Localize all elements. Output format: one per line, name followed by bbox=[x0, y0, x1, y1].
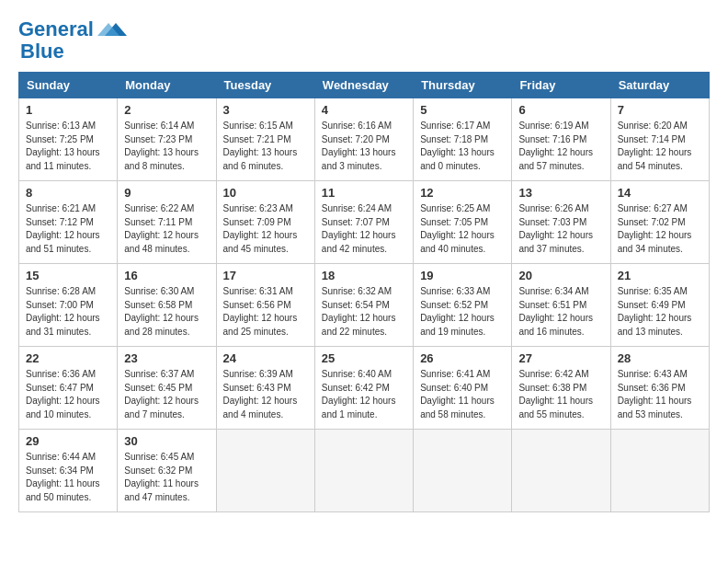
day-info: Sunrise: 6:28 AMSunset: 7:00 PMDaylight:… bbox=[26, 285, 110, 339]
day-info: Sunrise: 6:36 AMSunset: 6:47 PMDaylight:… bbox=[26, 368, 110, 421]
day-number: 30 bbox=[124, 434, 209, 448]
calendar-day: 2Sunrise: 6:14 AMSunset: 7:23 PMDaylight… bbox=[118, 98, 216, 181]
day-info: Sunrise: 6:23 AMSunset: 7:09 PMDaylight:… bbox=[223, 202, 308, 256]
calendar-day: 18Sunrise: 6:32 AMSunset: 6:54 PMDayligh… bbox=[314, 264, 413, 347]
day-info: Sunrise: 6:13 AMSunset: 7:25 PMDaylight:… bbox=[26, 120, 110, 173]
day-number: 8 bbox=[26, 186, 110, 200]
day-info: Sunrise: 6:33 AMSunset: 6:52 PMDaylight:… bbox=[420, 285, 505, 339]
calendar-day bbox=[314, 430, 413, 512]
day-info: Sunrise: 6:21 AMSunset: 7:12 PMDaylight:… bbox=[26, 202, 110, 256]
calendar-day bbox=[216, 430, 314, 512]
calendar-header-row: SundayMondayTuesdayWednesdayThursdayFrid… bbox=[19, 73, 710, 98]
calendar-day: 26Sunrise: 6:41 AMSunset: 6:40 PMDayligh… bbox=[414, 347, 512, 430]
calendar-day bbox=[610, 430, 709, 512]
day-number: 20 bbox=[518, 269, 603, 282]
day-info: Sunrise: 6:42 AMSunset: 6:38 PMDaylight:… bbox=[518, 368, 603, 421]
day-info: Sunrise: 6:17 AMSunset: 7:18 PMDaylight:… bbox=[420, 120, 505, 173]
day-number: 6 bbox=[518, 103, 603, 117]
day-info: Sunrise: 6:30 AMSunset: 6:58 PMDaylight:… bbox=[124, 285, 209, 339]
calendar-day bbox=[512, 430, 610, 512]
day-info: Sunrise: 6:14 AMSunset: 7:23 PMDaylight:… bbox=[124, 120, 209, 173]
day-info: Sunrise: 6:43 AMSunset: 6:36 PMDaylight:… bbox=[618, 368, 702, 421]
day-number: 29 bbox=[26, 434, 110, 448]
day-header-monday: Monday bbox=[118, 73, 216, 98]
day-info: Sunrise: 6:45 AMSunset: 6:32 PMDaylight:… bbox=[124, 451, 209, 504]
logo-blue-text: Blue bbox=[20, 40, 64, 63]
day-number: 13 bbox=[518, 186, 603, 200]
day-number: 5 bbox=[420, 103, 505, 117]
day-number: 11 bbox=[322, 186, 406, 200]
day-number: 23 bbox=[124, 351, 209, 365]
day-info: Sunrise: 6:37 AMSunset: 6:45 PMDaylight:… bbox=[124, 368, 209, 421]
calendar-day: 1Sunrise: 6:13 AMSunset: 7:25 PMDaylight… bbox=[19, 98, 118, 181]
day-info: Sunrise: 6:40 AMSunset: 6:42 PMDaylight:… bbox=[322, 368, 406, 421]
calendar-day: 19Sunrise: 6:33 AMSunset: 6:52 PMDayligh… bbox=[414, 264, 512, 347]
day-info: Sunrise: 6:27 AMSunset: 7:02 PMDaylight:… bbox=[618, 202, 702, 256]
day-info: Sunrise: 6:25 AMSunset: 7:05 PMDaylight:… bbox=[420, 202, 505, 256]
day-info: Sunrise: 6:41 AMSunset: 6:40 PMDaylight:… bbox=[420, 368, 505, 421]
day-number: 3 bbox=[223, 103, 308, 117]
calendar-week-row: 22Sunrise: 6:36 AMSunset: 6:47 PMDayligh… bbox=[19, 347, 710, 430]
calendar-day: 23Sunrise: 6:37 AMSunset: 6:45 PMDayligh… bbox=[118, 347, 216, 430]
day-number: 4 bbox=[322, 103, 406, 117]
calendar-week-row: 29Sunrise: 6:44 AMSunset: 6:34 PMDayligh… bbox=[19, 430, 710, 512]
day-number: 10 bbox=[223, 186, 308, 200]
calendar-day: 30Sunrise: 6:45 AMSunset: 6:32 PMDayligh… bbox=[118, 430, 216, 512]
day-number: 19 bbox=[420, 269, 505, 282]
day-number: 21 bbox=[618, 269, 702, 282]
day-info: Sunrise: 6:22 AMSunset: 7:11 PMDaylight:… bbox=[124, 202, 209, 256]
calendar-day: 3Sunrise: 6:15 AMSunset: 7:21 PMDaylight… bbox=[216, 98, 314, 181]
day-info: Sunrise: 6:35 AMSunset: 6:49 PMDaylight:… bbox=[618, 285, 702, 339]
calendar-day: 27Sunrise: 6:42 AMSunset: 6:38 PMDayligh… bbox=[512, 347, 610, 430]
calendar-day: 15Sunrise: 6:28 AMSunset: 7:00 PMDayligh… bbox=[19, 264, 118, 347]
calendar-week-row: 8Sunrise: 6:21 AMSunset: 7:12 PMDaylight… bbox=[19, 181, 710, 264]
logo: General Blue bbox=[18, 18, 127, 63]
day-info: Sunrise: 6:24 AMSunset: 7:07 PMDaylight:… bbox=[322, 202, 406, 256]
calendar-day: 11Sunrise: 6:24 AMSunset: 7:07 PMDayligh… bbox=[314, 181, 413, 264]
day-number: 7 bbox=[618, 103, 702, 117]
calendar-day: 12Sunrise: 6:25 AMSunset: 7:05 PMDayligh… bbox=[414, 181, 512, 264]
calendar-day: 22Sunrise: 6:36 AMSunset: 6:47 PMDayligh… bbox=[19, 347, 118, 430]
page-header: General Blue bbox=[18, 18, 710, 63]
day-number: 18 bbox=[322, 269, 406, 282]
calendar-day: 8Sunrise: 6:21 AMSunset: 7:12 PMDaylight… bbox=[19, 181, 118, 264]
calendar-day: 25Sunrise: 6:40 AMSunset: 6:42 PMDayligh… bbox=[314, 347, 413, 430]
day-header-saturday: Saturday bbox=[610, 73, 709, 98]
calendar-day: 9Sunrise: 6:22 AMSunset: 7:11 PMDaylight… bbox=[118, 181, 216, 264]
logo-icon bbox=[97, 19, 127, 40]
day-number: 27 bbox=[518, 351, 603, 365]
day-number: 2 bbox=[124, 103, 209, 117]
day-info: Sunrise: 6:31 AMSunset: 6:56 PMDaylight:… bbox=[223, 285, 308, 339]
calendar-week-row: 15Sunrise: 6:28 AMSunset: 7:00 PMDayligh… bbox=[19, 264, 710, 347]
day-number: 1 bbox=[26, 103, 110, 117]
day-info: Sunrise: 6:39 AMSunset: 6:43 PMDaylight:… bbox=[223, 368, 308, 421]
day-info: Sunrise: 6:44 AMSunset: 6:34 PMDaylight:… bbox=[26, 451, 110, 504]
calendar-day: 14Sunrise: 6:27 AMSunset: 7:02 PMDayligh… bbox=[610, 181, 709, 264]
day-number: 16 bbox=[124, 269, 209, 282]
calendar-day: 28Sunrise: 6:43 AMSunset: 6:36 PMDayligh… bbox=[610, 347, 709, 430]
day-number: 14 bbox=[618, 186, 702, 200]
calendar-day: 6Sunrise: 6:19 AMSunset: 7:16 PMDaylight… bbox=[512, 98, 610, 181]
day-header-friday: Friday bbox=[512, 73, 610, 98]
day-info: Sunrise: 6:19 AMSunset: 7:16 PMDaylight:… bbox=[518, 120, 603, 173]
calendar-table: SundayMondayTuesdayWednesdayThursdayFrid… bbox=[18, 72, 710, 512]
day-header-sunday: Sunday bbox=[19, 73, 118, 98]
logo-text: General bbox=[18, 18, 94, 40]
day-header-tuesday: Tuesday bbox=[216, 73, 314, 98]
calendar-day: 29Sunrise: 6:44 AMSunset: 6:34 PMDayligh… bbox=[19, 430, 118, 512]
day-number: 25 bbox=[322, 351, 406, 365]
calendar-day: 5Sunrise: 6:17 AMSunset: 7:18 PMDaylight… bbox=[414, 98, 512, 181]
calendar-day: 7Sunrise: 6:20 AMSunset: 7:14 PMDaylight… bbox=[610, 98, 709, 181]
day-info: Sunrise: 6:26 AMSunset: 7:03 PMDaylight:… bbox=[518, 202, 603, 256]
day-info: Sunrise: 6:16 AMSunset: 7:20 PMDaylight:… bbox=[322, 120, 406, 173]
calendar-day: 17Sunrise: 6:31 AMSunset: 6:56 PMDayligh… bbox=[216, 264, 314, 347]
day-number: 9 bbox=[124, 186, 209, 200]
day-number: 28 bbox=[618, 351, 702, 365]
calendar-day: 24Sunrise: 6:39 AMSunset: 6:43 PMDayligh… bbox=[216, 347, 314, 430]
calendar-day: 16Sunrise: 6:30 AMSunset: 6:58 PMDayligh… bbox=[118, 264, 216, 347]
day-number: 17 bbox=[223, 269, 308, 282]
calendar-week-row: 1Sunrise: 6:13 AMSunset: 7:25 PMDaylight… bbox=[19, 98, 710, 181]
calendar-day: 13Sunrise: 6:26 AMSunset: 7:03 PMDayligh… bbox=[512, 181, 610, 264]
day-number: 24 bbox=[223, 351, 308, 365]
day-number: 12 bbox=[420, 186, 505, 200]
